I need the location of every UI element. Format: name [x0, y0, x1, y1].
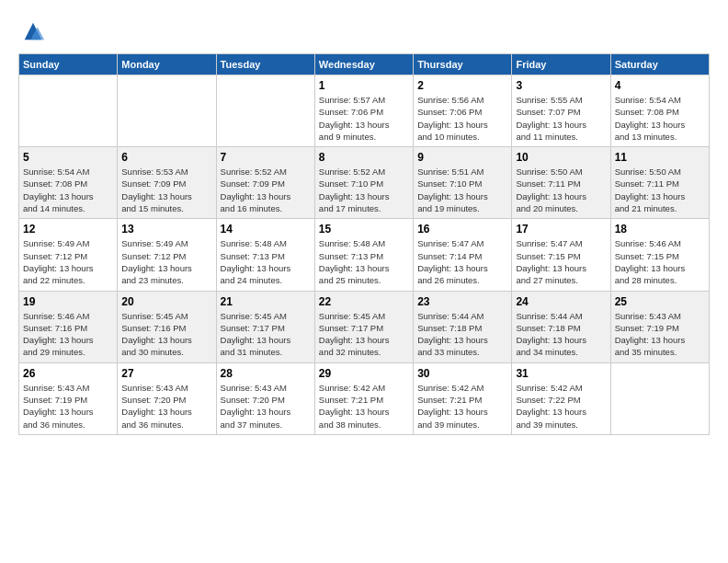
- calendar: SundayMondayTuesdayWednesdayThursdayFrid…: [18, 53, 710, 435]
- day-info: Sunrise: 5:43 AM Sunset: 7:19 PM Dayligh…: [615, 310, 705, 359]
- day-info: Sunrise: 5:43 AM Sunset: 7:20 PM Dayligh…: [121, 382, 211, 431]
- day-info: Sunrise: 5:55 AM Sunset: 7:07 PM Dayligh…: [516, 94, 606, 143]
- calendar-cell: 31Sunrise: 5:42 AM Sunset: 7:22 PM Dayli…: [512, 362, 610, 434]
- calendar-cell: 22Sunrise: 5:45 AM Sunset: 7:17 PM Dayli…: [314, 291, 413, 362]
- day-info: Sunrise: 5:56 AM Sunset: 7:06 PM Dayligh…: [417, 94, 507, 143]
- calendar-cell: 9Sunrise: 5:51 AM Sunset: 7:10 PM Daylig…: [414, 147, 512, 219]
- calendar-cell: [19, 75, 118, 147]
- day-info: Sunrise: 5:50 AM Sunset: 7:11 PM Dayligh…: [516, 166, 606, 214]
- col-header-sunday: Sunday: [19, 54, 118, 75]
- day-info: Sunrise: 5:45 AM Sunset: 7:16 PM Dayligh…: [121, 310, 211, 359]
- calendar-cell: 10Sunrise: 5:50 AM Sunset: 7:11 PM Dayli…: [512, 147, 610, 219]
- page-header: [18, 18, 710, 44]
- day-number: 2: [417, 79, 507, 92]
- day-number: 21: [221, 295, 311, 308]
- calendar-cell: 15Sunrise: 5:48 AM Sunset: 7:13 PM Dayli…: [314, 219, 413, 291]
- logo: [18, 18, 46, 44]
- day-number: 23: [417, 295, 507, 308]
- day-number: 14: [221, 223, 311, 236]
- day-number: 17: [516, 223, 606, 236]
- calendar-cell: 14Sunrise: 5:48 AM Sunset: 7:13 PM Dayli…: [216, 219, 314, 291]
- day-info: Sunrise: 5:43 AM Sunset: 7:19 PM Dayligh…: [23, 382, 113, 431]
- calendar-week-5: 26Sunrise: 5:43 AM Sunset: 7:19 PM Dayli…: [19, 362, 710, 434]
- calendar-header-row: SundayMondayTuesdayWednesdayThursdayFrid…: [19, 54, 710, 75]
- calendar-week-4: 19Sunrise: 5:46 AM Sunset: 7:16 PM Dayli…: [19, 291, 710, 362]
- calendar-cell: 3Sunrise: 5:55 AM Sunset: 7:07 PM Daylig…: [512, 75, 610, 147]
- day-info: Sunrise: 5:54 AM Sunset: 7:08 PM Dayligh…: [615, 94, 705, 143]
- day-number: 5: [23, 151, 113, 164]
- day-info: Sunrise: 5:47 AM Sunset: 7:14 PM Dayligh…: [417, 237, 507, 286]
- day-info: Sunrise: 5:48 AM Sunset: 7:13 PM Dayligh…: [221, 237, 311, 286]
- col-header-saturday: Saturday: [610, 54, 709, 75]
- day-number: 1: [319, 79, 409, 92]
- calendar-cell: [216, 75, 314, 147]
- calendar-cell: 29Sunrise: 5:42 AM Sunset: 7:21 PM Dayli…: [314, 362, 413, 434]
- day-info: Sunrise: 5:49 AM Sunset: 7:12 PM Dayligh…: [23, 237, 113, 286]
- day-info: Sunrise: 5:53 AM Sunset: 7:09 PM Dayligh…: [121, 166, 211, 214]
- day-info: Sunrise: 5:49 AM Sunset: 7:12 PM Dayligh…: [121, 237, 211, 286]
- day-number: 26: [23, 367, 113, 380]
- col-header-friday: Friday: [512, 54, 610, 75]
- calendar-cell: 21Sunrise: 5:45 AM Sunset: 7:17 PM Dayli…: [216, 291, 314, 362]
- day-number: 31: [516, 367, 606, 380]
- day-info: Sunrise: 5:42 AM Sunset: 7:22 PM Dayligh…: [516, 382, 606, 431]
- day-info: Sunrise: 5:47 AM Sunset: 7:15 PM Dayligh…: [516, 237, 606, 286]
- calendar-cell: 30Sunrise: 5:42 AM Sunset: 7:21 PM Dayli…: [414, 362, 512, 434]
- calendar-cell: 4Sunrise: 5:54 AM Sunset: 7:08 PM Daylig…: [610, 75, 709, 147]
- calendar-week-2: 5Sunrise: 5:54 AM Sunset: 7:08 PM Daylig…: [19, 147, 710, 219]
- calendar-cell: 18Sunrise: 5:46 AM Sunset: 7:15 PM Dayli…: [610, 219, 709, 291]
- day-number: 25: [615, 295, 705, 308]
- day-info: Sunrise: 5:48 AM Sunset: 7:13 PM Dayligh…: [319, 237, 409, 286]
- day-info: Sunrise: 5:57 AM Sunset: 7:06 PM Dayligh…: [319, 94, 409, 143]
- calendar-cell: 2Sunrise: 5:56 AM Sunset: 7:06 PM Daylig…: [414, 75, 512, 147]
- calendar-cell: 27Sunrise: 5:43 AM Sunset: 7:20 PM Dayli…: [118, 362, 216, 434]
- calendar-cell: 6Sunrise: 5:53 AM Sunset: 7:09 PM Daylig…: [118, 147, 216, 219]
- day-number: 30: [417, 367, 507, 380]
- calendar-cell: 20Sunrise: 5:45 AM Sunset: 7:16 PM Dayli…: [118, 291, 216, 362]
- day-number: 13: [121, 223, 211, 236]
- day-number: 12: [23, 223, 113, 236]
- day-number: 19: [23, 295, 113, 308]
- calendar-cell: 13Sunrise: 5:49 AM Sunset: 7:12 PM Dayli…: [118, 219, 216, 291]
- calendar-cell: 23Sunrise: 5:44 AM Sunset: 7:18 PM Dayli…: [414, 291, 512, 362]
- logo-icon: [20, 18, 46, 44]
- day-number: 18: [615, 223, 705, 236]
- day-number: 29: [319, 367, 409, 380]
- col-header-wednesday: Wednesday: [314, 54, 413, 75]
- day-info: Sunrise: 5:51 AM Sunset: 7:10 PM Dayligh…: [417, 166, 507, 214]
- day-info: Sunrise: 5:44 AM Sunset: 7:18 PM Dayligh…: [516, 310, 606, 359]
- calendar-cell: 11Sunrise: 5:50 AM Sunset: 7:11 PM Dayli…: [610, 147, 709, 219]
- day-info: Sunrise: 5:46 AM Sunset: 7:15 PM Dayligh…: [615, 237, 705, 286]
- calendar-cell: [118, 75, 216, 147]
- calendar-cell: 17Sunrise: 5:47 AM Sunset: 7:15 PM Dayli…: [512, 219, 610, 291]
- col-header-tuesday: Tuesday: [216, 54, 314, 75]
- day-info: Sunrise: 5:42 AM Sunset: 7:21 PM Dayligh…: [417, 382, 507, 431]
- calendar-cell: 7Sunrise: 5:52 AM Sunset: 7:09 PM Daylig…: [216, 147, 314, 219]
- calendar-week-3: 12Sunrise: 5:49 AM Sunset: 7:12 PM Dayli…: [19, 219, 710, 291]
- day-number: 7: [221, 151, 311, 164]
- day-info: Sunrise: 5:45 AM Sunset: 7:17 PM Dayligh…: [221, 310, 311, 359]
- day-info: Sunrise: 5:50 AM Sunset: 7:11 PM Dayligh…: [615, 166, 705, 214]
- calendar-cell: [610, 362, 709, 434]
- day-info: Sunrise: 5:54 AM Sunset: 7:08 PM Dayligh…: [23, 166, 113, 214]
- day-info: Sunrise: 5:43 AM Sunset: 7:20 PM Dayligh…: [221, 382, 311, 431]
- calendar-cell: 26Sunrise: 5:43 AM Sunset: 7:19 PM Dayli…: [19, 362, 118, 434]
- day-info: Sunrise: 5:44 AM Sunset: 7:18 PM Dayligh…: [417, 310, 507, 359]
- day-info: Sunrise: 5:45 AM Sunset: 7:17 PM Dayligh…: [319, 310, 409, 359]
- day-number: 8: [319, 151, 409, 164]
- day-number: 6: [121, 151, 211, 164]
- calendar-cell: 24Sunrise: 5:44 AM Sunset: 7:18 PM Dayli…: [512, 291, 610, 362]
- calendar-cell: 25Sunrise: 5:43 AM Sunset: 7:19 PM Dayli…: [610, 291, 709, 362]
- calendar-cell: 5Sunrise: 5:54 AM Sunset: 7:08 PM Daylig…: [19, 147, 118, 219]
- day-number: 9: [417, 151, 507, 164]
- calendar-week-1: 1Sunrise: 5:57 AM Sunset: 7:06 PM Daylig…: [19, 75, 710, 147]
- calendar-cell: 16Sunrise: 5:47 AM Sunset: 7:14 PM Dayli…: [414, 219, 512, 291]
- day-number: 22: [319, 295, 409, 308]
- day-number: 3: [516, 79, 606, 92]
- day-number: 28: [221, 367, 311, 380]
- day-info: Sunrise: 5:52 AM Sunset: 7:09 PM Dayligh…: [221, 166, 311, 214]
- day-number: 24: [516, 295, 606, 308]
- day-number: 15: [319, 223, 409, 236]
- day-number: 27: [121, 367, 211, 380]
- day-info: Sunrise: 5:52 AM Sunset: 7:10 PM Dayligh…: [319, 166, 409, 214]
